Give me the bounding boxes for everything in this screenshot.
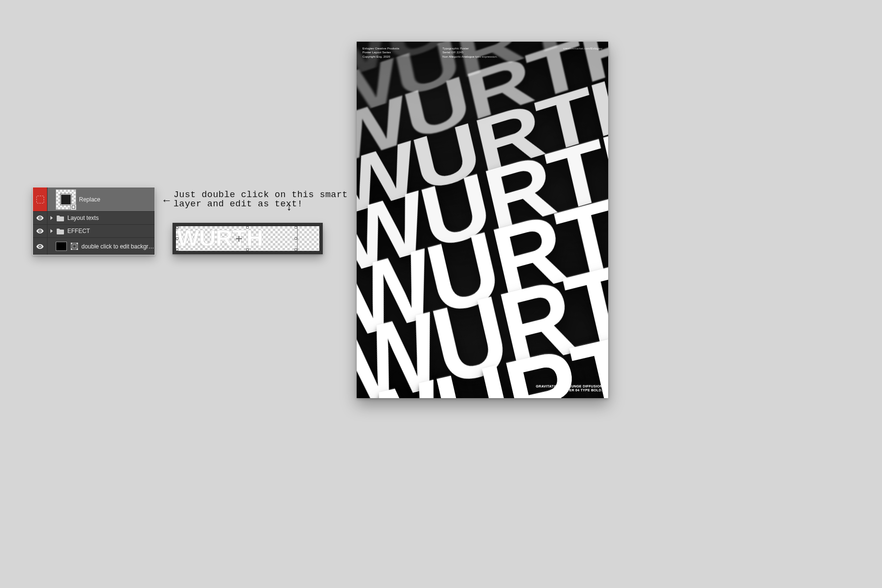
transform-handle[interactable]: [246, 248, 249, 251]
layer-label: EFFECT: [67, 228, 155, 234]
folder-icon: [56, 214, 64, 222]
eye-icon: [36, 244, 44, 249]
transform-handle[interactable]: [295, 248, 297, 251]
instruction-line-2: layer and edit as text!: [173, 199, 303, 209]
layer-row-background[interactable]: double click to edit backgro...: [33, 238, 155, 255]
visibility-toggle[interactable]: [33, 225, 47, 237]
chevron-right-icon: [50, 216, 53, 220]
transform-handle[interactable]: [246, 226, 249, 229]
poster-footer-meta: GRAVITATIONAL GRUNGE DIFFUSION BLASTER 0…: [536, 385, 602, 393]
svg-point-2: [39, 246, 41, 247]
transform-handle[interactable]: [176, 248, 178, 251]
layer-color-swatch: [33, 187, 47, 211]
svg-point-0: [39, 217, 41, 218]
poster-footer-line: GRAVITATIONAL GRUNGE DIFFUSION: [536, 385, 602, 389]
expand-gap: [47, 187, 56, 211]
svg-rect-7: [71, 248, 72, 250]
editable-text[interactable]: WURTH: [177, 226, 263, 251]
layer-label: Replace: [79, 196, 155, 203]
svg-rect-6: [77, 243, 78, 244]
layer-row-effect[interactable]: EFFECT: [33, 225, 155, 238]
poster-artwork: WURTH WURTH WURTH WURTH WURTH WURTH WURT…: [357, 42, 608, 398]
transform-handle[interactable]: [295, 226, 297, 229]
svg-point-1: [39, 230, 41, 232]
folder-icon: [56, 227, 64, 235]
svg-rect-8: [77, 248, 78, 250]
poster-footer-line: BLASTER 04 TYPE BOLD.: [536, 388, 602, 393]
arrow-down-icon: ↓: [286, 201, 292, 213]
expand-gap: [47, 238, 56, 255]
layer-row-replace[interactable]: Replace: [33, 187, 155, 212]
layer-thumbnail: [56, 242, 67, 251]
visibility-toggle[interactable]: [33, 212, 47, 224]
smart-object-canvas[interactable]: WURTH: [176, 226, 319, 251]
vector-mask-icon: [70, 242, 79, 251]
transform-handle[interactable]: [176, 237, 178, 240]
expand-toggle[interactable]: [47, 225, 56, 237]
eye-icon: [36, 229, 44, 233]
instruction-text: Just double click on this smart layer an…: [173, 190, 348, 209]
smart-object-thumbnail-icon[interactable]: [56, 189, 76, 210]
transform-handle[interactable]: [295, 237, 297, 240]
visibility-toggle[interactable]: [33, 238, 47, 255]
svg-rect-4: [73, 245, 76, 248]
instruction-line-1: Just double click on this smart: [173, 190, 348, 200]
eye-icon: [36, 216, 44, 220]
transform-handle[interactable]: [176, 226, 178, 229]
svg-rect-5: [71, 243, 72, 244]
chevron-right-icon: [50, 229, 53, 233]
layers-panel: Replace Layout texts EFFECT: [32, 187, 155, 255]
layer-label: Layout texts: [67, 215, 155, 221]
layer-row-layout-texts[interactable]: Layout texts: [33, 212, 155, 225]
poster-preview: Evlogiev Creative Products Poster Layout…: [357, 42, 608, 398]
layer-label: double click to edit backgro...: [81, 243, 155, 250]
expand-toggle[interactable]: [47, 212, 56, 224]
arrow-left-icon: ←: [161, 194, 172, 207]
smart-object-editor[interactable]: WURTH: [173, 223, 323, 254]
